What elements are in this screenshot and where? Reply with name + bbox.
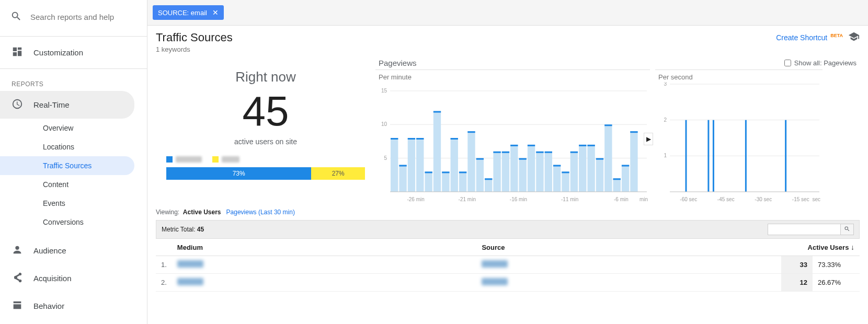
expand-chart-button[interactable]: ▶ <box>644 133 653 145</box>
viewing-active[interactable]: Active Users <box>183 209 221 216</box>
create-shortcut-link[interactable]: Create Shortcut BETA <box>776 33 843 42</box>
show-all-toggle[interactable]: Show all: Pageviews <box>784 59 856 67</box>
svg-text:10: 10 <box>381 121 387 127</box>
svg-text:-6 min: -6 min <box>614 196 629 202</box>
nav-label: Behavior <box>33 302 64 310</box>
split-a-pct: 73% <box>233 170 245 177</box>
cell-users: 12 <box>781 274 813 292</box>
nav-sub-events[interactable]: Events <box>0 194 134 213</box>
cell-users: 33 <box>781 256 813 274</box>
nav-sub-locations[interactable]: Locations <box>0 137 134 156</box>
svg-rect-33 <box>502 152 509 153</box>
svg-text:-45 sec: -45 sec <box>717 196 735 202</box>
nav-sub-traffic-sources[interactable]: Traffic Sources <box>0 156 134 175</box>
svg-rect-57 <box>604 124 612 126</box>
svg-rect-7 <box>391 138 398 140</box>
sidebar: Customization REPORTS Real-Time Overview… <box>0 0 147 324</box>
svg-rect-26 <box>476 158 484 192</box>
cell-medium <box>172 274 477 292</box>
nav-customization[interactable]: Customization <box>0 39 134 66</box>
per-minute-chart: Per minute 51015-26 min-21 min-16 min-11… <box>375 70 650 204</box>
svg-rect-15 <box>425 171 432 173</box>
close-icon[interactable]: ✕ <box>212 8 219 17</box>
show-all-checkbox[interactable] <box>784 60 791 66</box>
svg-rect-58 <box>613 178 621 192</box>
chart-title-per-second: Per second <box>655 72 823 82</box>
split-b-pct: 27% <box>332 170 345 177</box>
nav-acquisition[interactable]: Acquisition <box>0 264 134 292</box>
education-icon[interactable] <box>848 31 860 44</box>
svg-rect-55 <box>596 158 603 160</box>
metric-total-value: 45 <box>197 226 204 233</box>
split-bar: 73% 27% <box>166 167 365 180</box>
svg-text:5: 5 <box>384 155 387 161</box>
svg-text:-30 sec: -30 sec <box>755 196 772 202</box>
page-subtitle: 1 keywords <box>156 45 233 53</box>
col-source[interactable]: Source <box>476 239 781 256</box>
share-icon <box>12 272 23 285</box>
split-seg-a: 73% <box>166 167 311 180</box>
svg-rect-53 <box>587 145 595 146</box>
svg-rect-22 <box>459 171 466 192</box>
svg-rect-10 <box>408 138 415 192</box>
svg-rect-21 <box>451 138 458 140</box>
svg-rect-9 <box>399 165 406 167</box>
row-index: 2. <box>156 274 172 292</box>
svg-rect-59 <box>613 178 621 180</box>
page-icon <box>12 299 23 313</box>
svg-rect-8 <box>399 165 406 192</box>
per-minute-svg: 51015-26 min-21 min-16 min-11 min-6 minm… <box>375 82 650 204</box>
col-medium[interactable]: Medium <box>172 239 477 256</box>
search-input[interactable] <box>30 13 136 21</box>
metric-total-label: Metric Total: <box>162 226 195 233</box>
nav-sub-conversions[interactable]: Conversions <box>0 213 134 232</box>
svg-rect-25 <box>467 131 475 133</box>
per-second-chart: Per second 123-60 sec-45 sec-30 sec-15 s… <box>655 70 823 204</box>
chip-value: email <box>191 9 207 17</box>
nav-sub-overview[interactable]: Overview <box>0 119 134 137</box>
table-search-button[interactable] <box>840 224 854 235</box>
filter-chip[interactable]: SOURCE: email ✕ <box>153 5 224 20</box>
dashboard-icon <box>12 46 23 59</box>
svg-rect-80 <box>707 120 709 192</box>
svg-rect-18 <box>442 171 449 192</box>
svg-rect-50 <box>579 145 586 192</box>
svg-text:-15 sec: -15 sec <box>792 196 809 202</box>
svg-rect-31 <box>493 152 500 153</box>
table-search-input[interactable] <box>768 224 841 235</box>
svg-rect-19 <box>442 171 449 173</box>
svg-rect-11 <box>408 138 415 140</box>
nav-sub-content[interactable]: Content <box>0 175 134 194</box>
table-row[interactable]: 1.3373.33% <box>156 256 860 274</box>
svg-rect-48 <box>570 152 578 192</box>
nav-realtime[interactable]: Real-Time <box>0 91 134 119</box>
svg-rect-62 <box>630 131 637 192</box>
beta-badge: BETA <box>830 33 843 38</box>
svg-text:15: 15 <box>381 88 387 94</box>
svg-rect-49 <box>570 152 578 153</box>
viewing-label: Viewing: <box>156 209 179 216</box>
show-all-label: Show all: Pageviews <box>794 59 856 67</box>
viewing-row: Viewing: Active Users Pageviews (Last 30… <box>156 204 860 220</box>
search-icon <box>10 10 22 24</box>
table-row[interactable]: 2.1226.67% <box>156 274 860 292</box>
nav-audience[interactable]: Audience <box>0 237 134 264</box>
filter-bar: SOURCE: email ✕ <box>147 0 868 26</box>
metric-total-bar: Metric Total: 45 <box>156 220 860 239</box>
cell-medium <box>172 256 477 274</box>
divider <box>0 68 147 69</box>
svg-text:1: 1 <box>664 153 667 158</box>
legend-swatch-b <box>212 156 219 163</box>
viewing-alt[interactable]: Pageviews (Last 30 min) <box>226 209 295 216</box>
legend-label-b <box>222 156 239 163</box>
right-now-panel: Right now 45 active users on site 73% 27… <box>156 59 375 204</box>
svg-rect-56 <box>604 124 612 192</box>
svg-rect-17 <box>433 111 441 113</box>
cell-source <box>476 274 781 292</box>
svg-rect-40 <box>536 152 543 192</box>
nav-behavior[interactable]: Behavior <box>0 292 134 320</box>
svg-rect-32 <box>502 152 509 192</box>
col-active-users[interactable]: Active Users ↓ <box>781 239 860 256</box>
svg-text:-21 min: -21 min <box>459 196 476 202</box>
chart-title-per-minute: Per minute <box>375 72 650 82</box>
